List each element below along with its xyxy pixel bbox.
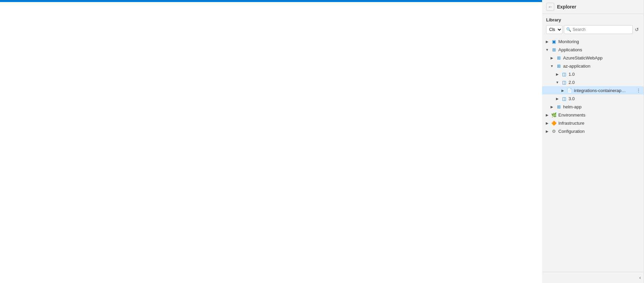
infra-icon: 🔶 (551, 120, 557, 126)
tree-item-v3[interactable]: ▶ ◫ 3.0 (542, 94, 644, 103)
tree-item-monitoring[interactable]: ▶ ▣ Monitoring (542, 37, 644, 46)
grid-icon: ⊞ (556, 104, 562, 110)
grid-icon: ⊞ (556, 63, 562, 69)
sidebar-title: Explorer (557, 4, 576, 10)
tree-item-applications[interactable]: ▼ ⊞ Applications (542, 46, 644, 54)
chevron-icon: ▶ (545, 40, 550, 43)
top-bar (0, 0, 542, 2)
library-label: Library (546, 17, 640, 22)
cls-select[interactable]: Cls (546, 25, 562, 34)
chevron-icon: ▶ (555, 97, 560, 101)
monitor-icon: ▣ (551, 38, 557, 45)
collapse-button[interactable]: ‹ (639, 275, 641, 280)
collapse-icon: ‹ (639, 275, 641, 280)
context-menu-icon[interactable]: ⋮ (636, 88, 641, 93)
chevron-icon: ▶ (555, 72, 560, 76)
search-row: Cls 🔍 ↺ (546, 25, 640, 34)
sidebar-bottom: ‹ (542, 272, 644, 283)
tree-item-azure-static[interactable]: ▶ ⊞ AzureStaticWebApp (542, 54, 644, 62)
tree-item-environments[interactable]: ▶ 🌿 Environments (542, 111, 644, 119)
tree-item-label: Applications (558, 47, 582, 52)
chevron-icon: ▶ (545, 113, 550, 117)
chevron-icon: ▼ (545, 48, 550, 52)
tree-item-label: az-application (563, 64, 590, 69)
back-button[interactable]: ← (546, 3, 554, 11)
sidebar: ← Explorer Library Cls 🔍 ↺ ▶ ▣ Monitorin… (542, 0, 644, 283)
tree-item-label: AzureStaticWebApp (563, 55, 603, 60)
refresh-icon: ↺ (635, 27, 639, 32)
sidebar-header: ← Explorer (542, 0, 644, 14)
refresh-button[interactable]: ↺ (634, 26, 640, 33)
library-section: Library Cls 🔍 ↺ (542, 14, 644, 36)
tree-item-label: 3.0 (569, 96, 575, 101)
tree-item-v2[interactable]: ▼ ◫ 2.0 (542, 78, 644, 86)
search-box: 🔍 (564, 25, 633, 34)
chevron-icon: ▶ (550, 56, 554, 60)
chevron-icon: ▼ (555, 81, 560, 84)
chevron-icon: ▶ (545, 129, 550, 133)
search-icon: 🔍 (566, 27, 571, 32)
tree-item-configuration[interactable]: ▶ ⚙ Configuration (542, 127, 644, 135)
tree-item-az-application[interactable]: ▼ ⊞ az-application (542, 62, 644, 70)
env-icon: 🌿 (551, 112, 557, 118)
tree-item-v1[interactable]: ▶ ◫ 1.0 (542, 70, 644, 78)
doc-icon: 📄 (567, 87, 573, 93)
tree-item-integrations[interactable]: ▶ 📄 integrations-containerap… ⋮ (542, 86, 644, 94)
tree-item-label: integrations-containerap… (574, 88, 626, 93)
tree-item-label: 1.0 (569, 72, 575, 77)
chevron-icon: ▶ (545, 121, 550, 125)
grid-icon: ⊞ (556, 55, 562, 61)
box-icon: ◫ (561, 95, 567, 102)
tree-item-label: Environments (558, 112, 585, 118)
tree-item-label: Infrastructure (558, 121, 585, 126)
box-icon: ◫ (561, 71, 567, 77)
tree-item-label: 2.0 (569, 80, 575, 85)
grid-icon: ⊞ (551, 47, 557, 53)
tree-item-label: Monitoring (558, 39, 579, 44)
tree-item-helm-app[interactable]: ▶ ⊞ helm-app (542, 103, 644, 111)
chevron-icon: ▼ (550, 64, 554, 68)
tree: ▶ ▣ Monitoring ▼ ⊞ Applications ▶ ⊞ Azur… (542, 36, 644, 272)
tree-item-label: helm-app (563, 104, 581, 109)
search-input[interactable] (573, 27, 630, 32)
config-icon: ⚙ (551, 128, 557, 134)
tree-item-label: Configuration (558, 129, 585, 134)
back-icon: ← (548, 4, 553, 10)
chevron-icon: ▶ (550, 105, 554, 109)
box-icon: ◫ (561, 79, 567, 85)
chevron-icon: ▶ (560, 89, 565, 92)
tree-item-infrastructure[interactable]: ▶ 🔶 Infrastructure (542, 119, 644, 127)
